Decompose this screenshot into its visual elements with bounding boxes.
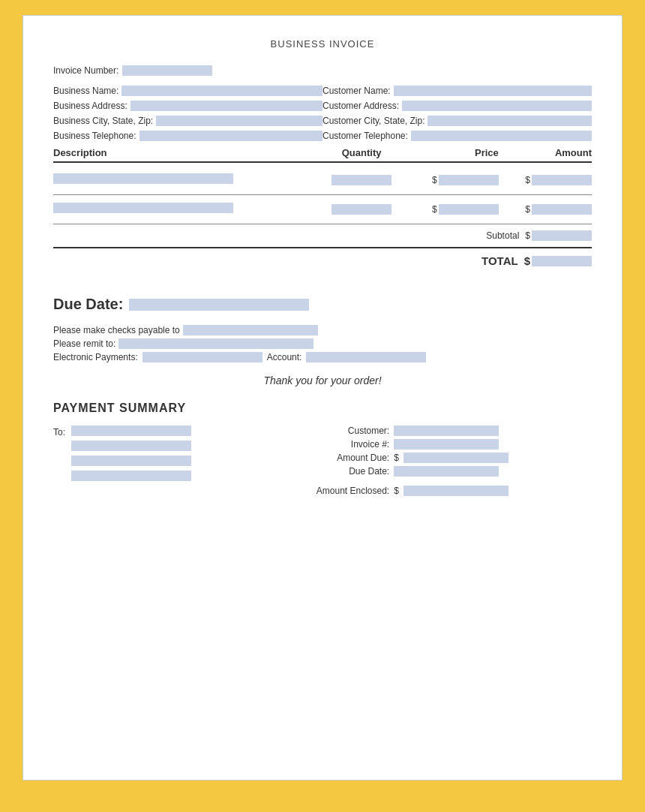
row1-price-cell: $ [413,175,506,185]
ps-amount-enclosed-row: Amount Enclosed: $ [314,486,592,496]
electronic-payments-row: Electronic Payments: Account: [53,352,592,362]
ps-to-field-2[interactable] [71,441,191,451]
business-telephone-label: Business Telephone: [53,131,136,141]
row2-price-cell: $ [413,204,506,215]
ps-amount-enclosed-label: Amount Enclosed: [314,486,389,496]
col-amount-header: Amount [506,147,592,158]
due-date-section: Due Date: [53,296,592,313]
ps-invoice-label: Invoice #: [314,439,389,450]
electronic-field[interactable] [142,352,262,362]
invoice-number-label: Invoice Number: [53,65,118,76]
payment-summary-title: PAYMENT SUMMARY [53,401,592,415]
ps-invoice-field[interactable] [394,439,499,450]
row2-qty-cell [310,204,413,215]
business-telephone-field[interactable] [140,131,322,141]
customer-city-label: Customer City, State, Zip: [322,116,424,126]
customer-address-group: Customer Address: [322,101,592,111]
ps-amount-due-label: Amount Due: [314,453,389,463]
ps-to-label: To: [53,427,65,438]
ps-to-fields [71,426,191,481]
total-value-field[interactable] [532,256,592,266]
row1-amount-cell: $ [506,175,592,185]
business-telephone-group: Business Telephone: [53,131,322,141]
subtotal-dollar: $ [525,230,530,241]
customer-telephone-label: Customer Telephone: [322,131,408,141]
account-label: Account: [267,352,302,362]
payment-info-section: Please make checks payable to Please rem… [53,325,592,362]
account-field[interactable] [306,352,426,362]
telephone-row: Business Telephone: Customer Telephone: [53,131,592,141]
ps-right-rows: Customer: Invoice #: Amount Due: $ Due D… [314,426,592,477]
ps-customer-label: Customer: [314,426,389,436]
total-field-group: $ [524,254,592,267]
ps-due-date-label: Due Date: [314,466,389,477]
ps-amount-due-field[interactable] [404,453,508,463]
due-date-field[interactable] [129,299,309,311]
col-price-header: Price [413,147,506,158]
ps-to-field-3[interactable] [71,456,191,466]
row2-desc-cell [53,203,310,216]
business-address-label: Business Address: [53,101,128,111]
table-row: $ $ [53,195,592,224]
business-city-group: Business City, State, Zip: [53,116,322,126]
customer-telephone-field[interactable] [411,131,592,141]
ps-invoice-row: Invoice #: [314,439,592,450]
table-header: Description Quantity Price Amount [53,147,592,163]
table-row: $ $ [53,166,592,194]
customer-telephone-group: Customer Telephone: [322,131,592,141]
row1-price-dollar: $ [432,175,437,185]
business-city-label: Business City, State, Zip: [53,116,153,126]
row2-amount-field[interactable] [532,204,592,215]
electronic-label: Electronic Payments: [53,352,138,362]
row1-quantity-field[interactable] [332,175,392,185]
ps-amount-enclosed-field[interactable] [404,486,508,496]
customer-address-field[interactable] [402,101,592,111]
customer-name-field[interactable] [394,86,592,96]
business-name-label: Business Name: [53,86,118,96]
checks-payable-field[interactable] [183,325,318,335]
customer-city-group: Customer City, State, Zip: [322,116,592,126]
ps-to-field-1[interactable] [71,426,191,436]
row2-price-field[interactable] [439,204,499,215]
due-date-label: Due Date: [53,296,123,313]
col-description-header: Description [53,147,310,158]
customer-city-field[interactable] [428,116,592,126]
remit-field[interactable] [118,338,314,349]
row2-quantity-field[interactable] [332,204,392,215]
subtotal-value-field[interactable] [532,230,592,241]
ps-to-field-4[interactable] [71,471,191,481]
customer-name-group: Customer Name: [322,86,592,96]
row2-amount-dollar: $ [525,204,530,215]
business-address-field[interactable] [130,101,322,111]
customer-name-label: Customer Name: [322,86,391,96]
row1-desc-cell [53,173,310,187]
address-row: Business Address: Customer Address: [53,101,592,111]
payment-summary-body: To: Customer: In [53,426,592,496]
business-address-group: Business Address: [53,101,322,111]
row1-amount-field[interactable] [532,175,592,185]
business-city-field[interactable] [156,116,322,126]
total-label: TOTAL [458,254,518,267]
subtotal-label: Subtotal [459,230,519,241]
ps-customer-field[interactable] [394,426,499,436]
row1-amount-dollar: $ [525,175,530,185]
row2-description-field[interactable] [53,203,233,213]
remit-row: Please remit to: [53,338,592,349]
total-row: TOTAL $ [53,248,592,273]
invoice-number-row: Invoice Number: [53,63,592,77]
payment-summary-section: PAYMENT SUMMARY To: Cust [53,401,592,496]
row2-amount-cell: $ [506,204,592,215]
invoice-number-field[interactable] [122,65,212,76]
ps-due-date-field[interactable] [394,466,499,477]
row1-price-field[interactable] [439,175,499,185]
invoice-title: BUSINESS INVOICE [53,38,592,50]
ps-due-date-row: Due Date: [314,466,592,477]
col-quantity-header: Quantity [310,147,413,158]
subtotal-field-group: $ [525,230,592,241]
due-date-row: Due Date: [53,296,592,313]
business-name-field[interactable] [122,86,322,96]
payment-summary-right: Customer: Invoice #: Amount Due: $ Due D… [314,426,592,496]
ps-amount-due-dollar: $ [394,453,399,463]
row1-description-field[interactable] [53,173,233,184]
customer-address-label: Customer Address: [322,101,399,111]
